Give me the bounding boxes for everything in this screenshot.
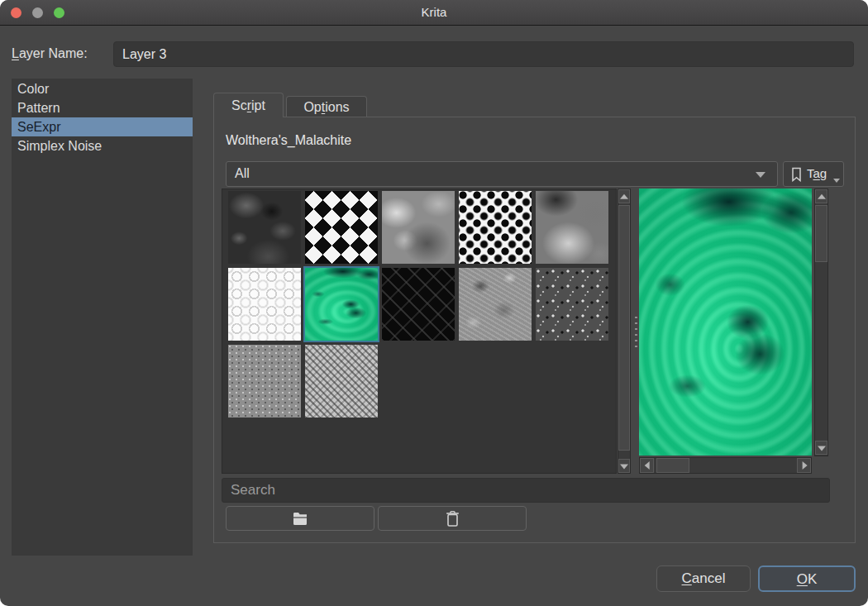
cancel-button[interactable]: Cancel xyxy=(656,565,751,592)
triangle-up-icon xyxy=(818,193,826,198)
pattern-grid xyxy=(222,188,617,474)
folder-icon xyxy=(292,512,308,526)
fill-layer-dialog: Krita Layer Name: Color Pattern SeExpr S… xyxy=(0,0,868,606)
pattern-chooser xyxy=(222,188,828,474)
pattern-preview xyxy=(639,188,812,456)
list-item-pattern[interactable]: Pattern xyxy=(12,98,193,117)
scrollbar-thumb[interactable] xyxy=(618,205,630,451)
tag-button[interactable]: Tag xyxy=(783,161,844,187)
pattern-thumb-gray-smoke[interactable] xyxy=(536,191,608,264)
triangle-left-icon xyxy=(644,461,649,470)
tab-options[interactable]: Options xyxy=(286,96,367,117)
scrollbar-thumb[interactable] xyxy=(815,205,827,262)
triangle-down-icon xyxy=(818,446,826,451)
list-item-color[interactable]: Color xyxy=(12,79,193,98)
scroll-up-button[interactable] xyxy=(618,189,630,203)
tab-script[interactable]: Script xyxy=(213,93,284,117)
pattern-thumb-dark-maze[interactable] xyxy=(382,268,455,341)
search-input[interactable] xyxy=(222,478,830,503)
preview-vertical-scrollbar[interactable] xyxy=(814,188,828,456)
fill-source-list: Color Pattern SeExpr Simplex Noise xyxy=(12,79,193,556)
list-item-simplex-noise[interactable]: Simplex Noise xyxy=(12,136,193,155)
pattern-thumb-green-malachite[interactable] xyxy=(305,268,378,341)
tag-filter-value: All xyxy=(235,166,250,181)
pattern-thumb-gray-clouds[interactable] xyxy=(382,191,455,264)
pattern-thumb-white-rings[interactable] xyxy=(228,268,301,341)
chevron-down-icon xyxy=(833,179,840,183)
pattern-thumb-gray-speckle[interactable] xyxy=(536,268,608,341)
pattern-thumb-gray-stone[interactable] xyxy=(459,268,532,341)
scrollbar-thumb[interactable] xyxy=(656,458,689,473)
window-title: Krita xyxy=(0,5,868,19)
bookmark-icon xyxy=(791,167,802,182)
tag-filter-combobox[interactable]: All xyxy=(226,161,778,187)
triangle-right-icon xyxy=(802,461,807,470)
pattern-thumb-halftone-dots[interactable] xyxy=(459,191,532,264)
import-resource-button[interactable] xyxy=(226,506,374,531)
triangle-up-icon xyxy=(620,193,628,198)
pattern-thumb-bw-triangles[interactable] xyxy=(305,191,378,264)
scroll-left-button[interactable] xyxy=(640,458,654,473)
tag-button-label: Tag xyxy=(807,166,827,180)
resource-name: Wolthera's_Malachite xyxy=(226,133,351,148)
title-bar[interactable]: Krita xyxy=(0,0,868,26)
ok-button[interactable]: OK xyxy=(758,565,856,592)
pattern-thumb-fine-grain[interactable] xyxy=(228,345,301,418)
list-item-seexpr[interactable]: SeExpr xyxy=(12,117,193,136)
splitter-handle[interactable] xyxy=(635,317,637,350)
delete-resource-button[interactable] xyxy=(378,506,527,531)
pattern-thumb-gray-weave[interactable] xyxy=(305,345,378,418)
preview-horizontal-scrollbar[interactable] xyxy=(639,457,812,474)
chevron-down-icon xyxy=(756,172,765,178)
trash-icon xyxy=(446,510,460,527)
scroll-down-button[interactable] xyxy=(815,441,827,455)
grid-vertical-scrollbar[interactable] xyxy=(618,188,631,474)
scroll-right-button[interactable] xyxy=(797,458,811,473)
scroll-down-button[interactable] xyxy=(618,459,630,473)
scroll-up-button[interactable] xyxy=(815,189,827,203)
triangle-down-icon xyxy=(620,464,628,469)
pattern-thumb-dark-marble[interactable] xyxy=(228,191,301,264)
layer-name-label: Layer Name: xyxy=(12,46,88,61)
layer-name-input[interactable] xyxy=(113,41,854,67)
